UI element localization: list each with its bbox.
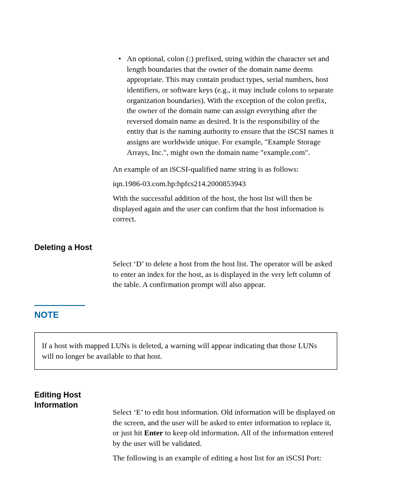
- paragraph-example-intro: An example of an iSCSI-qualified name st…: [113, 164, 336, 175]
- paragraph-edit-host: Select ‘E’ to edit host information. Old…: [113, 407, 336, 449]
- section-label-editing-host: Editing Host Information: [34, 390, 105, 410]
- note-text: If a host with mapped LUNs is deleted, a…: [42, 341, 317, 361]
- paragraph-example-value: iqn.1986-03.com.hp:hpfcs214.2000853943: [113, 179, 336, 189]
- enter-key: Enter: [144, 428, 163, 437]
- paragraph-delete-host: Select ‘D’ to delete a host from the hos…: [113, 259, 336, 290]
- note-box: If a host with mapped LUNs is deleted, a…: [34, 332, 337, 370]
- note-label: NOTE: [34, 310, 59, 320]
- bullet-item: • An optional, colon (:) prefixed, strin…: [113, 54, 336, 158]
- note-rule: [34, 305, 85, 306]
- paragraph-edit-closing: The following is an example of editing a…: [113, 453, 336, 464]
- bullet-marker: •: [113, 54, 127, 158]
- section-label-deleting-host: Deleting a Host: [34, 243, 105, 252]
- paragraph-success: With the successful addition of the host…: [113, 193, 336, 224]
- bullet-text: An optional, colon (:) prefixed, string …: [127, 54, 336, 158]
